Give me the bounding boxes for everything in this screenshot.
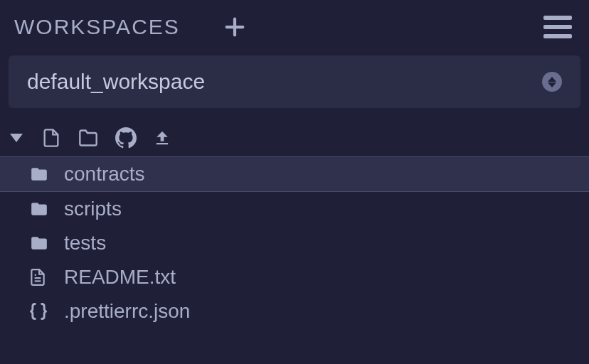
tree-item-label: contracts bbox=[64, 163, 145, 186]
add-workspace-button[interactable] bbox=[223, 15, 247, 39]
collapse-toggle[interactable] bbox=[10, 134, 23, 142]
tree-item-label: .prettierrc.json bbox=[64, 300, 190, 323]
tree-file-prettierrc[interactable]: .prettierrc.json bbox=[0, 294, 589, 328]
hamburger-icon bbox=[543, 16, 572, 20]
file-tree: contracts scripts tests README.txt .pret… bbox=[0, 156, 589, 328]
new-folder-button[interactable] bbox=[77, 128, 100, 148]
workspace-selector[interactable]: default_workspace bbox=[9, 55, 580, 108]
tree-item-label: README.txt bbox=[64, 266, 176, 289]
upload-button[interactable] bbox=[152, 128, 172, 148]
folder-icon bbox=[28, 200, 51, 218]
tree-item-label: tests bbox=[64, 232, 106, 255]
file-text-icon bbox=[28, 267, 51, 288]
workspaces-title: WORKSPACES bbox=[14, 15, 180, 39]
plus-icon bbox=[223, 15, 247, 39]
github-icon bbox=[115, 127, 137, 149]
upload-icon bbox=[152, 128, 172, 148]
tree-folder-scripts[interactable]: scripts bbox=[0, 192, 589, 226]
menu-button[interactable] bbox=[541, 13, 575, 41]
folder-icon bbox=[28, 165, 51, 183]
updown-icon bbox=[542, 72, 562, 92]
workspace-selected-label: default_workspace bbox=[27, 70, 205, 94]
new-file-button[interactable] bbox=[41, 127, 61, 149]
tree-item-label: scripts bbox=[64, 198, 122, 220]
tree-file-readme[interactable]: README.txt bbox=[0, 260, 589, 294]
tree-folder-tests[interactable]: tests bbox=[0, 226, 589, 260]
folder-icon bbox=[28, 234, 51, 252]
github-button[interactable] bbox=[115, 127, 137, 149]
file-json-icon bbox=[28, 301, 51, 321]
folder-icon bbox=[77, 128, 100, 148]
tree-folder-contracts[interactable]: contracts bbox=[0, 156, 589, 192]
file-icon bbox=[41, 127, 61, 149]
